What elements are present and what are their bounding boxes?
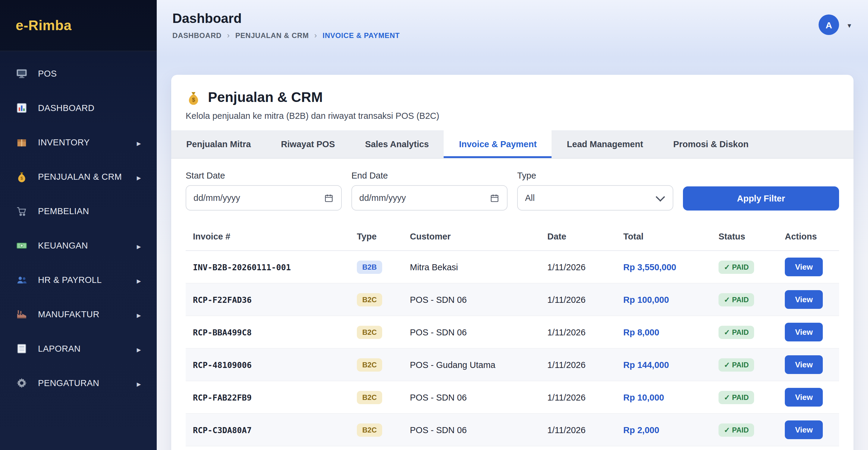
end-date-label: End Date — [351, 171, 507, 180]
view-button[interactable]: View — [785, 355, 823, 374]
view-button[interactable]: View — [785, 290, 823, 309]
view-button[interactable]: View — [785, 388, 823, 407]
tab-sales-analytics[interactable]: Sales Analytics — [350, 130, 444, 158]
table-cell: ✓ PAID — [711, 260, 778, 274]
calendar-icon[interactable] — [324, 193, 334, 203]
money-bag-icon: $ — [16, 171, 28, 182]
sidebar-item-pengaturan[interactable]: PENGATURAN — [0, 365, 157, 400]
card-title-text: Penjualan & CRM — [208, 89, 323, 106]
sidebar-item-label: DASHBOARD — [38, 103, 141, 113]
dropdown-caret-icon[interactable] — [846, 19, 852, 30]
column-header-type: Type — [350, 232, 403, 241]
apply-filter-button[interactable]: Apply Filter — [683, 186, 839, 211]
end-date-input[interactable]: dd/mm/yyyy — [351, 185, 507, 211]
table-body: INV-B2B-20260111-001B2BMitra Bekasi1/11/… — [186, 251, 839, 450]
tab-lead-management[interactable]: Lead Management — [552, 130, 658, 158]
type-badge: B2C — [357, 423, 382, 437]
type-group: Type All — [517, 171, 673, 211]
table-cell: Rp 8,000 — [616, 327, 711, 337]
breadcrumb-separator: › — [314, 31, 317, 40]
sidebar-item-manufaktur[interactable]: MANUFAKTUR — [0, 297, 157, 331]
table-row: RCP-C3DA80A7B2CPOS - SDN 061/11/2026Rp 2… — [186, 414, 839, 446]
table-cell: INV-B2B-20260111-001 — [186, 262, 350, 272]
tab-invoice-payment[interactable]: Invoice & Payment — [444, 130, 552, 158]
breadcrumb-item-dashboard[interactable]: DASHBOARD — [173, 31, 221, 39]
sidebar-item-pos[interactable]: POS — [0, 56, 157, 90]
sidebar-item-inventory[interactable]: INVENTORY — [0, 125, 157, 159]
table-cell: ✓ PAID — [711, 423, 778, 437]
svg-text:$: $ — [192, 96, 195, 102]
sidebar: e-Rimba POSDASHBOARDINVENTORY$PENJUALAN … — [0, 0, 157, 450]
table-cell: Rp 10,000 — [616, 392, 711, 402]
breadcrumb-item-penjualan-crm[interactable]: PENJUALAN & CRM — [236, 31, 309, 39]
tab-penjualan-mitra[interactable]: Penjualan Mitra — [171, 130, 266, 158]
invoice-total: Rp 3,550,000 — [623, 262, 676, 272]
table-cell: ✓ PAID — [711, 358, 778, 371]
customer-name: POS - SDN 06 — [410, 425, 467, 434]
table-cell: RCP-F22FAD36 — [186, 295, 350, 304]
table-cell: Rp 2,000 — [616, 425, 711, 434]
table-cell: Mitra Bekasi — [403, 262, 540, 272]
content-card: $ Penjualan & CRM Kelola penjualan ke mi… — [171, 75, 854, 450]
table-row: RCP-BBA499C8B2CPOS - SDN 061/11/2026Rp 8… — [186, 316, 839, 349]
chevron-right-icon — [137, 172, 141, 181]
sidebar-item-hr-payroll[interactable]: HR & PAYROLL — [0, 262, 157, 297]
sidebar-item-label: MANUFAKTUR — [38, 309, 127, 319]
table-header-row: Invoice #TypeCustomerDateTotalStatusActi… — [186, 222, 839, 251]
sidebar-item-pembelian[interactable]: PEMBELIAN — [0, 193, 157, 228]
table-row: RCP-F22FAD36B2CPOS - SDN 061/11/2026Rp 1… — [186, 283, 839, 316]
table-cell: 1/11/2026 — [540, 262, 616, 272]
monitor-icon — [16, 67, 28, 79]
cart-icon — [16, 205, 28, 217]
table-cell: B2B — [350, 260, 403, 274]
column-header-status: Status — [711, 232, 778, 241]
sidebar-item-keuangan[interactable]: KEUANGAN — [0, 228, 157, 262]
view-button[interactable]: View — [785, 420, 823, 439]
invoice-date: 1/11/2026 — [547, 392, 586, 402]
column-header-total: Total — [616, 232, 711, 241]
invoice-date: 1/11/2026 — [547, 360, 586, 369]
sidebar-item-penjualan-crm[interactable]: $PENJUALAN & CRM — [0, 159, 157, 193]
user-menu[interactable]: A — [818, 14, 852, 35]
invoice-number: RCP-C3DA80A7 — [193, 425, 252, 434]
start-date-placeholder: dd/mm/yyyy — [193, 193, 240, 203]
money-bag-icon: $ — [186, 90, 201, 105]
view-button[interactable]: View — [785, 258, 823, 276]
sidebar-item-laporan[interactable]: LAPORAN — [0, 331, 157, 365]
chevron-down-icon — [655, 192, 665, 201]
invoice-total: Rp 2,000 — [623, 425, 659, 434]
invoice-number: INV-B2B-20260111-001 — [193, 262, 291, 272]
table-cell: 1/11/2026 — [540, 392, 616, 402]
sidebar-item-label: INVENTORY — [38, 137, 127, 147]
brand: e-Rimba — [0, 0, 157, 51]
type-select[interactable]: All — [517, 185, 673, 211]
table-cell: View — [778, 258, 839, 276]
chevron-right-icon — [137, 378, 141, 388]
tab-riwayat-pos[interactable]: Riwayat POS — [266, 130, 350, 158]
calendar-icon[interactable] — [490, 193, 500, 203]
avatar[interactable]: A — [818, 14, 839, 35]
chevron-right-icon — [137, 343, 141, 353]
status-badge: ✓ PAID — [718, 391, 754, 404]
table-cell: View — [778, 355, 839, 374]
start-date-input[interactable]: dd/mm/yyyy — [186, 185, 342, 211]
tab-promosi-diskon[interactable]: Promosi & Diskon — [658, 130, 764, 158]
invoice-date: 1/11/2026 — [547, 262, 586, 272]
customer-name: Mitra Bekasi — [410, 262, 458, 272]
view-button[interactable]: View — [785, 323, 823, 341]
sidebar-menu: POSDASHBOARDINVENTORY$PENJUALAN & CRMPEM… — [0, 51, 157, 405]
table-cell: POS - Gudang Utama — [403, 360, 540, 369]
sidebar-item-dashboard[interactable]: DASHBOARD — [0, 90, 157, 125]
table-cell: RCP-48109006 — [186, 360, 350, 369]
type-badge: B2B — [357, 260, 382, 274]
type-label: Type — [517, 171, 673, 180]
table-cell: 1/11/2026 — [540, 425, 616, 434]
breadcrumb-item-invoice-payment[interactable]: INVOICE & PAYMENT — [322, 31, 400, 39]
status-badge: ✓ PAID — [718, 358, 754, 371]
table-cell: View — [778, 388, 839, 407]
package-icon — [16, 136, 28, 148]
table-cell: POS - SDN 06 — [403, 425, 540, 434]
sidebar-item-label: HR & PAYROLL — [38, 275, 127, 284]
table-row: RCP-1277137BB2CPOS - SDN 061/10/2026Rp 4… — [186, 446, 839, 450]
card-subtitle: Kelola penjualan ke mitra (B2B) dan riwa… — [186, 111, 839, 121]
